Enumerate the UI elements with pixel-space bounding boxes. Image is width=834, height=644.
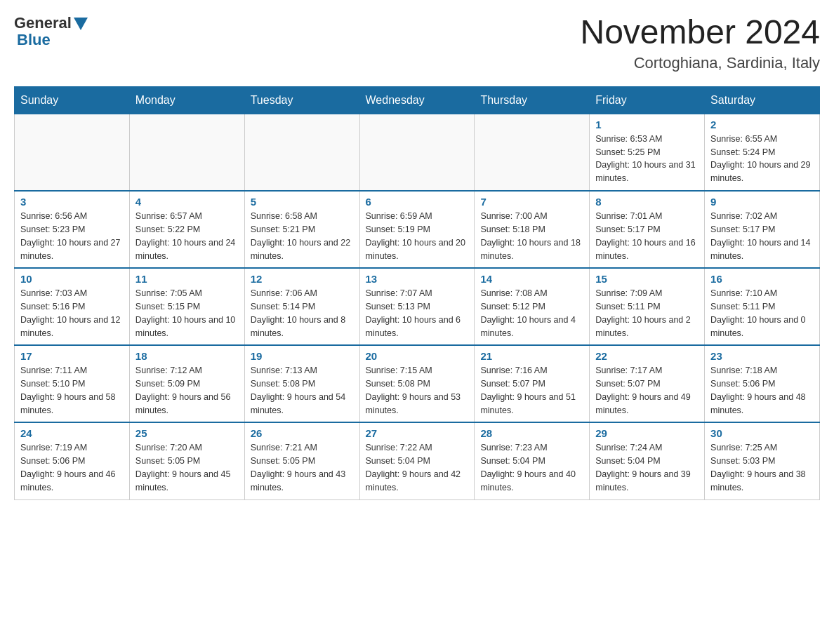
month-title: November 2024: [580, 14, 820, 51]
day-number: 21: [480, 350, 583, 362]
logo-blue-text: Blue: [17, 31, 51, 49]
calendar-day-cell: 7Sunrise: 7:00 AMSunset: 5:18 PMDaylight…: [475, 191, 590, 268]
calendar-day-cell: [129, 114, 244, 191]
calendar-day-cell: 30Sunrise: 7:25 AMSunset: 5:03 PMDayligh…: [705, 422, 820, 499]
calendar-day-cell: 28Sunrise: 7:23 AMSunset: 5:04 PMDayligh…: [475, 422, 590, 499]
day-number: 20: [366, 350, 469, 362]
calendar-day-cell: 26Sunrise: 7:21 AMSunset: 5:05 PMDayligh…: [244, 422, 359, 499]
day-number: 18: [135, 350, 239, 362]
day-number: 26: [251, 427, 354, 439]
calendar-day-cell: 23Sunrise: 7:18 AMSunset: 5:06 PMDayligh…: [705, 345, 820, 422]
day-number: 22: [595, 350, 699, 362]
day-info: Sunrise: 7:02 AMSunset: 5:17 PMDaylight:…: [710, 210, 814, 262]
day-info: Sunrise: 7:23 AMSunset: 5:04 PMDaylight:…: [480, 441, 583, 494]
day-info: Sunrise: 7:25 AMSunset: 5:03 PMDaylight:…: [710, 441, 814, 494]
logo-arrow-icon: [74, 18, 88, 30]
day-info: Sunrise: 6:59 AMSunset: 5:19 PMDaylight:…: [366, 210, 469, 262]
title-block: November 2024 Cortoghiana, Sardinia, Ita…: [580, 14, 820, 72]
calendar-day-cell: 3Sunrise: 6:56 AMSunset: 5:23 PMDaylight…: [15, 191, 130, 268]
day-number: 17: [20, 350, 124, 362]
calendar-weekday-tuesday: Tuesday: [244, 86, 359, 114]
day-number: 3: [20, 196, 124, 208]
calendar-week-row: 24Sunrise: 7:19 AMSunset: 5:06 PMDayligh…: [15, 422, 820, 499]
day-number: 24: [20, 427, 124, 439]
calendar-day-cell: 24Sunrise: 7:19 AMSunset: 5:06 PMDayligh…: [15, 422, 130, 499]
calendar-day-cell: 9Sunrise: 7:02 AMSunset: 5:17 PMDaylight…: [705, 191, 820, 268]
day-number: 13: [366, 273, 469, 285]
day-info: Sunrise: 7:00 AMSunset: 5:18 PMDaylight:…: [480, 210, 583, 262]
day-info: Sunrise: 7:20 AMSunset: 5:05 PMDaylight:…: [135, 441, 239, 494]
day-info: Sunrise: 7:13 AMSunset: 5:08 PMDaylight:…: [251, 364, 354, 417]
calendar-day-cell: 6Sunrise: 6:59 AMSunset: 5:19 PMDaylight…: [359, 191, 475, 268]
day-info: Sunrise: 7:19 AMSunset: 5:06 PMDaylight:…: [20, 441, 124, 494]
logo-general-text: General: [14, 14, 72, 32]
day-number: 10: [20, 273, 124, 285]
calendar-day-cell: 2Sunrise: 6:55 AMSunset: 5:24 PMDaylight…: [705, 114, 820, 191]
day-info: Sunrise: 7:08 AMSunset: 5:12 PMDaylight:…: [480, 287, 583, 340]
calendar-week-row: 3Sunrise: 6:56 AMSunset: 5:23 PMDaylight…: [15, 191, 820, 268]
calendar-day-cell: 15Sunrise: 7:09 AMSunset: 5:11 PMDayligh…: [590, 268, 705, 345]
day-info: Sunrise: 7:15 AMSunset: 5:08 PMDaylight:…: [366, 364, 469, 417]
calendar-day-cell: 8Sunrise: 7:01 AMSunset: 5:17 PMDaylight…: [590, 191, 705, 268]
day-info: Sunrise: 7:06 AMSunset: 5:14 PMDaylight:…: [251, 287, 354, 340]
calendar-day-cell: 29Sunrise: 7:24 AMSunset: 5:04 PMDayligh…: [590, 422, 705, 499]
day-info: Sunrise: 7:09 AMSunset: 5:11 PMDaylight:…: [595, 287, 699, 340]
calendar-table: SundayMondayTuesdayWednesdayThursdayFrid…: [14, 86, 820, 500]
day-info: Sunrise: 7:17 AMSunset: 5:07 PMDaylight:…: [595, 364, 699, 417]
calendar-day-cell: 25Sunrise: 7:20 AMSunset: 5:05 PMDayligh…: [129, 422, 244, 499]
day-number: 28: [480, 427, 583, 439]
day-number: 15: [595, 273, 699, 285]
calendar-day-cell: 4Sunrise: 6:57 AMSunset: 5:22 PMDaylight…: [129, 191, 244, 268]
day-number: 16: [710, 273, 814, 285]
calendar-day-cell: 20Sunrise: 7:15 AMSunset: 5:08 PMDayligh…: [359, 345, 475, 422]
calendar-day-cell: 19Sunrise: 7:13 AMSunset: 5:08 PMDayligh…: [244, 345, 359, 422]
day-info: Sunrise: 7:12 AMSunset: 5:09 PMDaylight:…: [135, 364, 239, 417]
day-number: 27: [366, 427, 469, 439]
day-number: 4: [135, 196, 239, 208]
day-info: Sunrise: 6:58 AMSunset: 5:21 PMDaylight:…: [251, 210, 354, 262]
day-info: Sunrise: 7:21 AMSunset: 5:05 PMDaylight:…: [251, 441, 354, 494]
day-number: 5: [251, 196, 354, 208]
calendar-day-cell: 17Sunrise: 7:11 AMSunset: 5:10 PMDayligh…: [15, 345, 130, 422]
calendar-day-cell: 22Sunrise: 7:17 AMSunset: 5:07 PMDayligh…: [590, 345, 705, 422]
calendar-week-row: 1Sunrise: 6:53 AMSunset: 5:25 PMDaylight…: [15, 114, 820, 191]
page-header: General Blue November 2024 Cortoghiana, …: [14, 14, 820, 72]
day-number: 11: [135, 273, 239, 285]
day-number: 19: [251, 350, 354, 362]
day-number: 2: [710, 119, 814, 130]
calendar-day-cell: 27Sunrise: 7:22 AMSunset: 5:04 PMDayligh…: [359, 422, 475, 499]
day-number: 25: [135, 427, 239, 439]
day-info: Sunrise: 7:18 AMSunset: 5:06 PMDaylight:…: [710, 364, 814, 417]
day-info: Sunrise: 7:10 AMSunset: 5:11 PMDaylight:…: [710, 287, 814, 340]
calendar-day-cell: [244, 114, 359, 191]
calendar-day-cell: 1Sunrise: 6:53 AMSunset: 5:25 PMDaylight…: [590, 114, 705, 191]
day-info: Sunrise: 7:07 AMSunset: 5:13 PMDaylight:…: [366, 287, 469, 340]
calendar-week-row: 17Sunrise: 7:11 AMSunset: 5:10 PMDayligh…: [15, 345, 820, 422]
day-info: Sunrise: 7:03 AMSunset: 5:16 PMDaylight:…: [20, 287, 124, 340]
calendar-weekday-wednesday: Wednesday: [359, 86, 475, 114]
calendar-day-cell: 11Sunrise: 7:05 AMSunset: 5:15 PMDayligh…: [129, 268, 244, 345]
calendar-day-cell: 10Sunrise: 7:03 AMSunset: 5:16 PMDayligh…: [15, 268, 130, 345]
logo: General Blue: [14, 14, 88, 49]
day-info: Sunrise: 6:56 AMSunset: 5:23 PMDaylight:…: [20, 210, 124, 262]
calendar-day-cell: 12Sunrise: 7:06 AMSunset: 5:14 PMDayligh…: [244, 268, 359, 345]
day-number: 6: [366, 196, 469, 208]
calendar-weekday-friday: Friday: [590, 86, 705, 114]
calendar-day-cell: [15, 114, 130, 191]
calendar-day-cell: 21Sunrise: 7:16 AMSunset: 5:07 PMDayligh…: [475, 345, 590, 422]
calendar-header-row: SundayMondayTuesdayWednesdayThursdayFrid…: [15, 86, 820, 114]
day-info: Sunrise: 6:55 AMSunset: 5:24 PMDaylight:…: [710, 133, 814, 185]
calendar-day-cell: 14Sunrise: 7:08 AMSunset: 5:12 PMDayligh…: [475, 268, 590, 345]
calendar-day-cell: 5Sunrise: 6:58 AMSunset: 5:21 PMDaylight…: [244, 191, 359, 268]
day-number: 14: [480, 273, 583, 285]
day-info: Sunrise: 6:57 AMSunset: 5:22 PMDaylight:…: [135, 210, 239, 262]
calendar-day-cell: 13Sunrise: 7:07 AMSunset: 5:13 PMDayligh…: [359, 268, 475, 345]
calendar-weekday-saturday: Saturday: [705, 86, 820, 114]
calendar-day-cell: [475, 114, 590, 191]
day-info: Sunrise: 6:53 AMSunset: 5:25 PMDaylight:…: [595, 133, 699, 185]
calendar-day-cell: [359, 114, 475, 191]
day-info: Sunrise: 7:24 AMSunset: 5:04 PMDaylight:…: [595, 441, 699, 494]
day-number: 8: [595, 196, 699, 208]
day-number: 30: [710, 427, 814, 439]
calendar-weekday-sunday: Sunday: [15, 86, 130, 114]
